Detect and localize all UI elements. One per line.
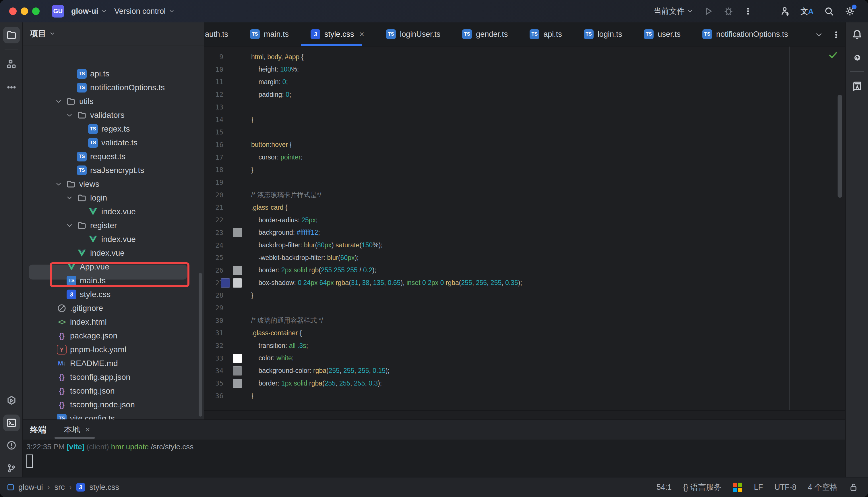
color-preview-swatch[interactable] (233, 354, 242, 363)
tree-item-validate.ts[interactable]: TSvalidate.ts (23, 136, 204, 150)
code-line-35[interactable]: 35 border: 1px solid rgba(255, 255, 255,… (204, 377, 845, 389)
tree-item-api.ts[interactable]: TSapi.ts (23, 67, 204, 81)
tab-list-dropdown-button[interactable] (814, 23, 823, 46)
code-line-28[interactable]: 28} (204, 289, 845, 302)
code-line-36[interactable]: 36} (204, 389, 845, 402)
line-ending-widget[interactable]: LF (754, 483, 763, 492)
tree-item-vite.config.ts[interactable]: TSvite.config.ts (23, 412, 204, 420)
tree-item-rsaJsencrypt.ts[interactable]: TSrsaJsencrypt.ts (23, 164, 204, 177)
code-line-31[interactable]: 31.glass-container { (204, 327, 845, 339)
tree-item-index.vue[interactable]: index.vue (23, 232, 204, 246)
code-line-13[interactable]: 13 (204, 101, 845, 113)
code-editor[interactable]: 9html, body, #app {10 height: 100%;11 ma… (204, 46, 845, 420)
search-everywhere-button[interactable] (819, 3, 839, 19)
microsoft-logo-icon[interactable] (733, 483, 742, 492)
problems-tool-button[interactable] (3, 437, 20, 454)
close-icon[interactable]: × (85, 425, 90, 435)
tree-item-notificationOptions.ts[interactable]: TSnotificationOptions.ts (23, 81, 204, 95)
services-tool-button[interactable] (3, 393, 20, 409)
chevron-down-icon[interactable] (65, 222, 73, 229)
color-preview-swatch[interactable] (233, 279, 242, 287)
tree-item-README.md[interactable]: M↓README.md (23, 356, 204, 370)
git-tool-button[interactable] (3, 460, 20, 477)
code-line-21[interactable]: 21.glass-card { (204, 201, 845, 214)
editor-tab-user.ts[interactable]: TSuser.ts (633, 23, 691, 46)
tree-item-tsconfig.app.json[interactable]: {}tsconfig.app.json (23, 370, 204, 384)
language-service-widget[interactable]: {} 语言服务 (683, 482, 722, 493)
encoding-widget[interactable]: UTF-8 (775, 483, 796, 492)
minimize-window-button[interactable] (21, 8, 28, 15)
chevron-down-icon[interactable] (65, 112, 73, 119)
translate-button[interactable]: 文A (795, 3, 819, 19)
close-tab-icon[interactable]: × (359, 29, 365, 39)
tab-options-button[interactable] (832, 23, 840, 46)
editor-tab-style.css[interactable]: 3style.css× (300, 23, 375, 46)
code-line-15[interactable]: 15 (204, 126, 845, 139)
settings-button[interactable] (839, 3, 860, 19)
zoom-window-button[interactable] (32, 8, 40, 15)
tree-item-.gitignore[interactable]: .gitignore (23, 301, 204, 315)
code-line-26[interactable]: 26 border: 2px solid rgb(255 255 255 / 0… (204, 264, 845, 276)
terminal-output[interactable]: 3:22:35 PM [vite] (client) hmr update /s… (23, 440, 845, 477)
terminal-tab-local[interactable]: 本地 × (64, 424, 90, 435)
indent-widget[interactable]: 4 个空格 (808, 482, 838, 493)
breadcrumb-item[interactable]: style.css (90, 483, 119, 492)
tree-item-views[interactable]: views (23, 177, 204, 191)
editor-tab-gender.ts[interactable]: TSgender.ts (451, 23, 519, 46)
project-panel-header[interactable]: 项目 (23, 23, 204, 45)
tree-item-tsconfig.node.json[interactable]: {}tsconfig.node.json (23, 398, 204, 412)
chevron-down-icon[interactable] (55, 98, 62, 105)
project-tree-scrollbar[interactable] (198, 273, 202, 416)
code-line-33[interactable]: 33 color: white; (204, 352, 845, 365)
dictionary-tool-button[interactable] (849, 78, 865, 95)
editor-tab-auth.ts[interactable]: auth.ts (204, 23, 239, 46)
structure-tool-button[interactable] (3, 56, 20, 72)
code-line-23[interactable]: 23 background: #ffffff12; (204, 226, 845, 239)
tree-item-validators[interactable]: validators (23, 108, 204, 122)
color-preview-swatch[interactable] (233, 366, 242, 375)
editor-tab-loginUser.ts[interactable]: TSloginUser.ts (375, 23, 451, 46)
code-line-14[interactable]: 14} (204, 113, 845, 126)
color-preview-swatch[interactable] (233, 379, 242, 388)
terminal-tool-button[interactable] (3, 414, 20, 431)
tree-item-index.html[interactable]: <>index.html (23, 315, 204, 329)
code-line-32[interactable]: 32 transition: all .3s; (204, 339, 845, 352)
editor-tab-notificationOptions.ts[interactable]: TSnotificationOptions.ts (691, 23, 799, 46)
color-preview-swatch[interactable] (233, 266, 242, 275)
tree-item-index.vue[interactable]: index.vue (23, 205, 204, 218)
chevron-down-icon[interactable] (55, 181, 62, 188)
ai-assistant-button[interactable] (849, 49, 865, 66)
tree-item-package.json[interactable]: {}package.json (23, 329, 204, 343)
code-line-27[interactable]: 27 box-shadow: 0 24px 64px rgba(31, 38, … (204, 276, 845, 289)
editor-tab-api.ts[interactable]: TSapi.ts (519, 23, 573, 46)
editor-tab-main.ts[interactable]: TSmain.ts (239, 23, 300, 46)
tree-item-register[interactable]: register (23, 218, 204, 232)
tree-item-regex.ts[interactable]: TSregex.ts (23, 122, 204, 136)
code-line-19[interactable]: 19 (204, 176, 845, 189)
code-line-20[interactable]: 20/* 液态玻璃卡片样式是*/ (204, 189, 845, 201)
tree-item-pnpm-lock.yaml[interactable]: Ypnpm-lock.yaml (23, 343, 204, 356)
caret-position-widget[interactable]: 54:1 (657, 483, 672, 492)
code-line-11[interactable]: 11 margin: 0; (204, 75, 845, 88)
code-line-24[interactable]: 24 backdrop-filter: blur(80px) saturate(… (204, 239, 845, 252)
code-line-10[interactable]: 10 height: 100%; (204, 63, 845, 76)
code-line-34[interactable]: 34 background-color: rgba(255, 255, 255,… (204, 365, 845, 377)
breadcrumb-item[interactable]: glow-ui (18, 483, 43, 492)
more-actions-button[interactable] (738, 3, 757, 19)
code-with-me-button[interactable] (775, 3, 795, 19)
tree-item-index.vue[interactable]: index.vue (23, 246, 204, 260)
code-line-30[interactable]: 30/* 玻璃的通用容器样式 */ (204, 314, 845, 327)
debug-button[interactable] (719, 3, 738, 19)
color-preview-swatch[interactable] (233, 228, 242, 237)
code-line-9[interactable]: 9html, body, #app { (204, 51, 845, 63)
code-line-12[interactable]: 12 padding: 0; (204, 88, 845, 101)
breadcrumb-item[interactable]: src (55, 483, 65, 492)
code-line-25[interactable]: 25 -webkit-backdrop-filter: blur(60px); (204, 251, 845, 264)
notifications-button[interactable] (849, 26, 865, 43)
color-preview-swatch[interactable] (221, 279, 230, 287)
tree-item-login[interactable]: login (23, 191, 204, 205)
code-line-16[interactable]: 16button:hover { (204, 139, 845, 151)
tree-item-utils[interactable]: utils (23, 95, 204, 108)
run-configuration-selector[interactable]: 当前文件 (648, 3, 698, 19)
project-menu[interactable]: glow-ui (71, 7, 107, 16)
